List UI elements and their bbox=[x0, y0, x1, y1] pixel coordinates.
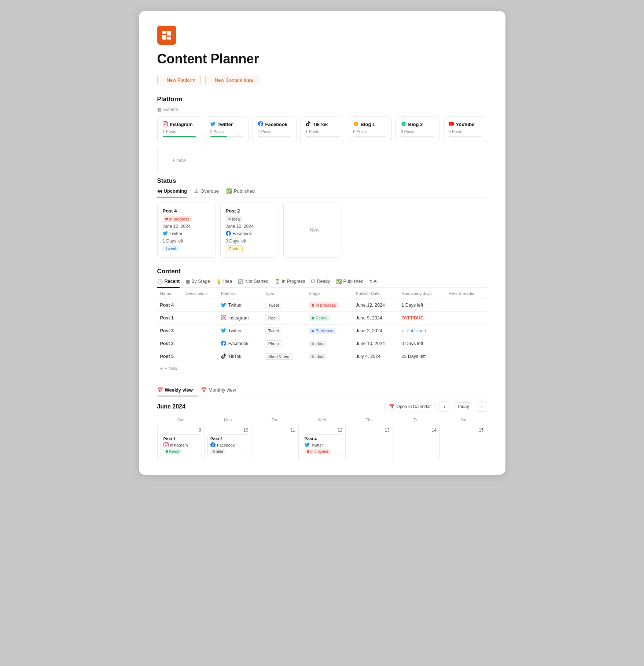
platform-card-blog 1[interactable]: Blog 1 0 Posts bbox=[348, 116, 392, 142]
calendar-cell: 15 bbox=[440, 425, 487, 460]
calendar-day-number: 9 bbox=[161, 428, 201, 433]
tab-icon: ⚠ bbox=[194, 188, 199, 194]
calendar-header: June 2024 📅 Open in Calendar ‹ Today › bbox=[157, 402, 487, 412]
platform-card-tiktok[interactable]: TikTok 1 Posts bbox=[300, 116, 344, 142]
platform-card-posts: 1 Posts bbox=[163, 129, 196, 134]
calendar-controls: 📅 Open in Calendar ‹ Today › bbox=[384, 402, 487, 412]
new-status-card[interactable]: +New bbox=[283, 203, 342, 258]
content-tab-recent[interactable]: 🕐Recent bbox=[157, 279, 180, 288]
cell-description bbox=[183, 299, 218, 312]
new-platform-card[interactable]: +New bbox=[157, 146, 201, 174]
calendar-view-tab-weekly-view[interactable]: 📅Weekly view bbox=[157, 384, 198, 396]
calendar-month-title: June 2024 bbox=[157, 403, 185, 410]
platform-card-header: Blog 2 bbox=[401, 121, 434, 127]
platform-card-twitter[interactable]: Twitter 2 Posts bbox=[205, 116, 249, 142]
cal-event-platform: Facebook bbox=[210, 442, 245, 448]
platform-card-youtube[interactable]: Youtube 0 Posts bbox=[443, 116, 487, 142]
col-header-description: Description bbox=[183, 288, 218, 299]
content-tab-all[interactable]: ≡All bbox=[369, 279, 378, 288]
status-card-title: Post 2 bbox=[226, 208, 273, 214]
calendar-event[interactable]: Post 4 Twitter In progress bbox=[302, 434, 342, 456]
calendar-icon: 📅 bbox=[389, 404, 394, 409]
cell-platform: Twitter bbox=[218, 325, 262, 337]
cell-remaining: 23 Days left bbox=[398, 350, 446, 363]
status-card-platform: Facebook bbox=[226, 231, 273, 237]
calendar-grid: SunMonTueWedThuFriSat 9 Post 1 Instagram… bbox=[157, 416, 487, 460]
progress-bar-fill bbox=[163, 136, 196, 137]
today-button[interactable]: Today bbox=[453, 402, 473, 411]
checkmark-icon: ✓ bbox=[401, 328, 405, 333]
table-row[interactable]: Post 2FacebookPhoto idea June 10, 20240 … bbox=[157, 337, 487, 350]
stage-badge: Ready bbox=[309, 315, 330, 321]
cell-description bbox=[183, 325, 218, 337]
twitter-icon bbox=[210, 121, 216, 127]
prev-month-button[interactable]: ‹ bbox=[439, 402, 449, 412]
table-row[interactable]: Post 3TwitterTweet Published June 2, 202… bbox=[157, 325, 487, 337]
cell-description bbox=[183, 350, 218, 363]
status-card-platform: Twitter bbox=[163, 231, 210, 237]
stage-badge: idea bbox=[309, 354, 326, 359]
calendar-day-number: 15 bbox=[443, 428, 483, 433]
calendar-day-number: 12 bbox=[302, 428, 342, 433]
blog2-icon bbox=[401, 121, 406, 127]
platform-card-instagram[interactable]: Instagram 1 Posts bbox=[157, 116, 201, 142]
status-card[interactable]: Post 2 idea June 10, 2024 Facebook 0 Day… bbox=[220, 203, 279, 258]
cell-description bbox=[183, 337, 218, 350]
cell-stage: idea bbox=[306, 337, 353, 350]
content-tab-by-stage[interactable]: ▦By Stage bbox=[185, 279, 210, 288]
cell-remaining: ✓ Published bbox=[398, 325, 446, 337]
content-tab-idea[interactable]: 💡Idea bbox=[216, 279, 232, 288]
status-tab-upcoming[interactable]: ⏭Upcoming bbox=[157, 188, 187, 197]
status-tab-published[interactable]: ✅Published bbox=[226, 188, 255, 197]
col-header-remaining-days: Remaining days bbox=[398, 288, 446, 299]
cell-platform: Twitter bbox=[218, 299, 262, 312]
stage-badge: idea bbox=[309, 341, 326, 347]
col-header-files-& media: Files & media bbox=[446, 288, 487, 299]
content-tab-ready[interactable]: ☑Ready bbox=[311, 279, 330, 288]
twitter-icon bbox=[221, 302, 226, 308]
calendar-event[interactable]: Post 1 Instagram Ready bbox=[161, 434, 201, 456]
tab-icon: ⏳ bbox=[275, 279, 280, 284]
cell-files bbox=[446, 312, 487, 325]
cell-publish-date: June 10, 2024 bbox=[353, 337, 399, 350]
platform-card-header: TikTok bbox=[306, 121, 339, 127]
content-table: NameDescriptionPlatformTypeStagePublish … bbox=[157, 288, 487, 363]
cell-description bbox=[183, 312, 218, 325]
new-platform-button[interactable]: + New Platform bbox=[157, 75, 201, 85]
status-card[interactable]: Post 4 In progress June 12, 2024 Twitter… bbox=[157, 203, 216, 258]
platform-name: TikTok bbox=[313, 122, 328, 127]
content-tab-not-started[interactable]: 🔄Not Started bbox=[238, 279, 268, 288]
stage-badge: In progress bbox=[309, 302, 339, 308]
progress-bar-bg bbox=[401, 136, 434, 137]
instagram-icon bbox=[163, 121, 168, 127]
next-month-button[interactable]: › bbox=[477, 402, 487, 412]
table-row[interactable]: Post 5TikTokShort Video idea July 4, 202… bbox=[157, 350, 487, 363]
status-tab-overdue[interactable]: ⚠Overdue bbox=[194, 188, 219, 197]
open-in-calendar-button[interactable]: 📅 Open in Calendar bbox=[384, 402, 435, 411]
platform-card-blog 2[interactable]: Blog 2 0 Posts bbox=[395, 116, 439, 142]
cal-event-title: Post 4 bbox=[305, 437, 339, 441]
col-header-publish-date: Publish Date bbox=[353, 288, 399, 299]
content-tabs: 🕐Recent▦By Stage💡Idea🔄Not Started⏳In Pro… bbox=[157, 279, 487, 288]
platform-name: Youtube bbox=[456, 122, 475, 127]
table-row[interactable]: Post 1InstagramReel Ready June 9, 2024OV… bbox=[157, 312, 487, 325]
table-row[interactable]: Post 4TwitterTweet In progress June 12, … bbox=[157, 299, 487, 312]
svg-point-5 bbox=[401, 122, 406, 126]
platform-card-facebook[interactable]: Facebook 1 Posts bbox=[253, 116, 297, 142]
content-tab-published[interactable]: ✅Published bbox=[336, 279, 364, 288]
cal-event-title: Post 1 bbox=[163, 437, 198, 441]
cell-stage: Ready bbox=[306, 312, 353, 325]
calendar-view-tab-monthly-view[interactable]: 📅Monthly view bbox=[201, 384, 241, 396]
calendar-day-header: Sat bbox=[440, 416, 487, 425]
instagram-icon bbox=[221, 315, 226, 321]
svg-rect-3 bbox=[167, 37, 171, 40]
blog-icon bbox=[353, 121, 358, 127]
plus-icon: + bbox=[306, 227, 309, 233]
new-content-idea-button[interactable]: + New Content Idea bbox=[205, 75, 258, 85]
calendar-event[interactable]: Post 2 Facebook idea bbox=[207, 434, 248, 456]
add-row-button[interactable]: + + New bbox=[157, 363, 487, 374]
status-cards: Post 4 In progress June 12, 2024 Twitter… bbox=[157, 203, 487, 258]
calendar-cell: 11 bbox=[251, 425, 298, 460]
calendar-day-header: Fri bbox=[393, 416, 439, 425]
content-tab-in-progress[interactable]: ⏳In Progress bbox=[275, 279, 305, 288]
